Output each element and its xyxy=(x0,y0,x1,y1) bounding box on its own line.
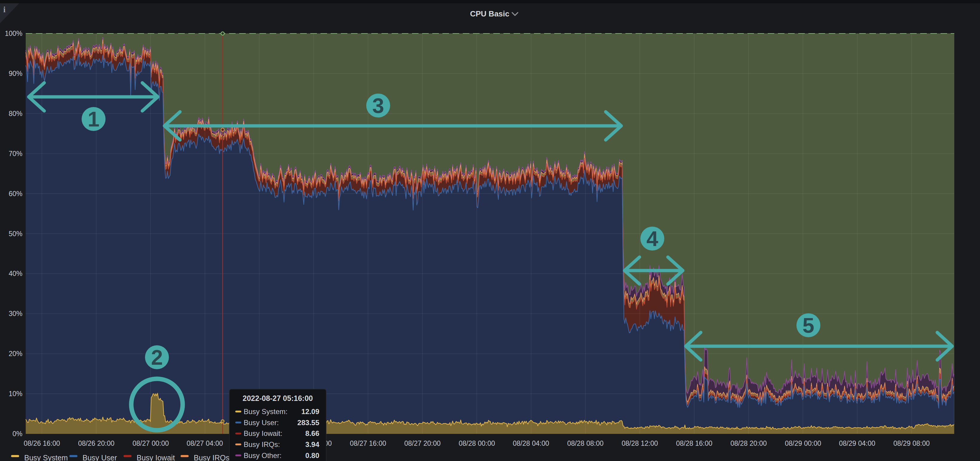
svg-text:08/28 04:00: 08/28 04:00 xyxy=(513,439,549,447)
svg-text:60%: 60% xyxy=(9,190,22,198)
svg-text:Busy System: Busy System xyxy=(24,453,68,461)
svg-text:283.55: 283.55 xyxy=(298,418,319,427)
svg-text:Busy Iowait: Busy Iowait xyxy=(137,453,175,461)
svg-text:CPU Basic: CPU Basic xyxy=(470,9,509,18)
svg-text:3: 3 xyxy=(372,94,384,118)
svg-text:08/27 00:00: 08/27 00:00 xyxy=(132,439,169,447)
svg-text:1: 1 xyxy=(88,107,100,131)
svg-text:08/28 16:00: 08/28 16:00 xyxy=(676,439,713,447)
svg-text:Busy User: Busy User xyxy=(83,453,117,461)
svg-text:70%: 70% xyxy=(9,150,22,157)
svg-text:90%: 90% xyxy=(9,70,22,78)
svg-text:3.94: 3.94 xyxy=(305,440,319,448)
svg-text:4: 4 xyxy=(646,227,658,251)
svg-text:50%: 50% xyxy=(9,230,22,238)
svg-text:30%: 30% xyxy=(9,310,22,318)
svg-text:Busy Iowait:: Busy Iowait: xyxy=(243,429,282,437)
svg-text:0%: 0% xyxy=(13,430,22,438)
svg-text:80%: 80% xyxy=(9,110,22,118)
svg-text:2022-08-27 05:16:00: 2022-08-27 05:16:00 xyxy=(243,394,313,402)
svg-text:8.66: 8.66 xyxy=(305,429,319,437)
svg-text:08/28 12:00: 08/28 12:00 xyxy=(622,439,658,447)
svg-text:100%: 100% xyxy=(5,30,22,37)
svg-text:08/28 00:00: 08/28 00:00 xyxy=(458,439,495,447)
svg-text:Busy IRQs:: Busy IRQs: xyxy=(243,440,280,448)
svg-text:08/26 20:00: 08/26 20:00 xyxy=(78,439,115,447)
svg-text:10%: 10% xyxy=(9,390,22,397)
svg-text:Busy User:: Busy User: xyxy=(243,418,278,427)
svg-text:i: i xyxy=(3,5,6,14)
svg-text:08/27 20:00: 08/27 20:00 xyxy=(404,439,441,447)
svg-text:12.09: 12.09 xyxy=(301,407,319,416)
svg-text:08/28 08:00: 08/28 08:00 xyxy=(567,439,604,447)
svg-text:08/27 16:00: 08/27 16:00 xyxy=(350,439,386,447)
svg-text:40%: 40% xyxy=(9,270,22,277)
svg-text:08/29 08:00: 08/29 08:00 xyxy=(893,439,930,447)
svg-text:5: 5 xyxy=(802,314,815,337)
svg-text:20%: 20% xyxy=(9,350,22,358)
svg-text:Busy System:: Busy System: xyxy=(243,407,288,416)
svg-text:0.80: 0.80 xyxy=(305,451,319,459)
svg-text:Busy IRQs: Busy IRQs xyxy=(194,453,229,461)
svg-text:Busy Other:: Busy Other: xyxy=(243,451,282,459)
svg-text:08/28 20:00: 08/28 20:00 xyxy=(730,439,767,447)
svg-text:08/29 00:00: 08/29 00:00 xyxy=(785,439,821,447)
svg-text:2: 2 xyxy=(151,346,163,369)
svg-text:08/26 16:00: 08/26 16:00 xyxy=(24,439,60,447)
svg-text:08/27 04:00: 08/27 04:00 xyxy=(186,439,223,447)
svg-text:08/29 04:00: 08/29 04:00 xyxy=(839,439,875,447)
